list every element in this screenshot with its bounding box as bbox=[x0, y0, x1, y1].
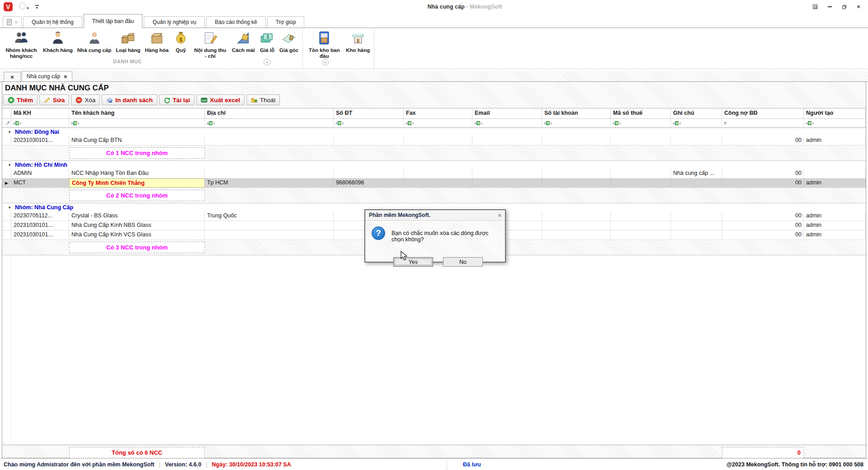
app-menu-button[interactable]: ▽ bbox=[3, 16, 22, 28]
ribbon-item-gia-lo[interactable]: 1Giá lỗ bbox=[257, 30, 277, 54]
group-row-nh-m-ng-nai[interactable]: ▾Nhóm: Đồng Nai bbox=[2, 128, 866, 136]
column-header-so_dt[interactable]: Số ĐT bbox=[334, 108, 404, 118]
xoa-button[interactable]: Xóa bbox=[71, 94, 100, 105]
them-button[interactable]: Thêm bbox=[3, 94, 38, 105]
span-windows-icon[interactable] bbox=[812, 4, 818, 10]
collapse-triangle-icon[interactable]: ▾ bbox=[6, 163, 13, 167]
ribbon-item-gia-goc[interactable]: Giá góc bbox=[277, 30, 301, 54]
filter-cell-dia_chi[interactable]: aBc bbox=[205, 119, 334, 127]
cell-ma_kh: 20231030101... bbox=[11, 221, 69, 230]
filter-cell-email[interactable]: aBc bbox=[472, 119, 542, 127]
profile-button[interactable]: ▾ bbox=[19, 3, 29, 11]
table-row[interactable]: ▶MCTCông Ty Minh Chiến ThắngTp HCM968066… bbox=[2, 179, 866, 188]
ribbon-item-label: Nhà cung cấp bbox=[77, 47, 111, 53]
abc-filter-icon: aBc bbox=[13, 121, 21, 125]
collapse-triangle-icon[interactable]: ▾ bbox=[6, 130, 13, 134]
filter-cell-ma_so_thue[interactable]: aBc bbox=[611, 119, 671, 127]
cell-ten: Nhà Cung Cấp Kính NBS Glass bbox=[69, 221, 205, 230]
dialog-close-icon[interactable]: × bbox=[498, 212, 501, 219]
cell-dia_chi: Trung Quốc bbox=[205, 212, 334, 221]
filter-cell-so_dt[interactable]: aBc bbox=[334, 119, 404, 127]
column-header-ten[interactable]: Tên khách hàng bbox=[69, 108, 205, 118]
column-header-email[interactable]: Email bbox=[472, 108, 542, 118]
abc-filter-icon: aBc bbox=[207, 121, 215, 125]
restore-button[interactable] bbox=[841, 4, 847, 10]
ribbon-tab-qu-n-l-nghi-p-v[interactable]: Quản lý nghiệp vụ bbox=[144, 16, 205, 28]
cell-ma_so_thue bbox=[611, 221, 671, 230]
ribbon-tab-b-o-c-o-th-ng-k[interactable]: Báo cáo thống kê bbox=[206, 16, 265, 28]
filter-cell-fax[interactable]: aBc bbox=[404, 119, 472, 127]
column-header-ma_so_thue[interactable]: Mã số thuế bbox=[611, 108, 671, 118]
button-label: Xuất excel bbox=[210, 97, 240, 103]
quick-access-toggle[interactable]: ▾ bbox=[35, 5, 39, 9]
xuat-excel-button[interactable]: XLSXXuất excel bbox=[196, 94, 245, 105]
ribbon-tab-tr-gi-p[interactable]: Trợ giúp bbox=[267, 16, 305, 28]
question-icon: ? bbox=[372, 226, 385, 240]
ribbon-item-noi-dung-thu-chi[interactable]: Nội dung thu - chi bbox=[191, 30, 230, 60]
ribbon-item-kho-hang[interactable]: Kho hàng bbox=[344, 30, 372, 54]
group-row-nh-m-h-ch-minh[interactable]: ▾Nhóm: Hồ Chí Minh bbox=[2, 161, 866, 169]
filter-cell-nguoi_tao[interactable]: aBc bbox=[804, 119, 866, 127]
row-indicator: ▶ bbox=[2, 179, 11, 188]
row-indicator bbox=[2, 212, 11, 221]
ribbon-item-ton-kho-ban-dau[interactable]: Tồn kho ban đầu bbox=[305, 30, 344, 60]
in-danh-sach-button[interactable]: In danh sách bbox=[102, 94, 157, 105]
cell-ten: Crystal - BS Glass bbox=[69, 212, 205, 221]
column-header-dia_chi[interactable]: Địa chỉ bbox=[205, 108, 334, 118]
ribbon-item-hang-hoa[interactable]: Hàng hóa bbox=[143, 30, 171, 54]
dialog-titlebar[interactable]: Phần mềm MekongSoft. × bbox=[365, 210, 505, 221]
table-row[interactable]: 20231030101...Nhà Cung Cấp BTN00admin bbox=[2, 136, 866, 146]
ribbon-tab-qu-n-tr-h-th-ng[interactable]: Quản trị hệ thống bbox=[23, 16, 82, 28]
tab-nha-cung-cap[interactable]: Nhà cung cấp × bbox=[22, 71, 72, 81]
close-all-tabs-button[interactable]: × bbox=[4, 72, 21, 81]
app-logo-icon[interactable]: V bbox=[4, 2, 13, 11]
filter-cell-so_tk[interactable]: aBc bbox=[542, 119, 611, 127]
column-header-so_tk[interactable]: Số tài khoản bbox=[542, 108, 611, 118]
group-collapse-button[interactable] bbox=[264, 59, 270, 66]
column-header-nguoi_tao[interactable]: Người tạo bbox=[804, 108, 866, 118]
filter-cell-ghi_chu[interactable]: aBc bbox=[671, 119, 722, 127]
abc-filter-icon: aBc bbox=[335, 121, 344, 125]
filter-pin-icon[interactable] bbox=[2, 119, 11, 127]
cell-nguoi_tao: admin bbox=[804, 136, 866, 145]
filter-cell-ma_kh[interactable]: aBc bbox=[11, 119, 69, 127]
minimize-button[interactable] bbox=[826, 4, 833, 10]
content-panel: DANH MỤC NHÀ CUNG CẤP ThêmSửaXóaIn danh … bbox=[2, 82, 866, 458]
filter-cell-cong_no[interactable]: = bbox=[722, 119, 804, 127]
close-icon: × bbox=[10, 74, 14, 80]
column-header-cong_no[interactable]: Công nợ BĐ bbox=[722, 108, 804, 118]
cell-so_tk bbox=[542, 169, 611, 178]
group-name: Nhóm: Đồng Nai bbox=[15, 129, 59, 135]
table-row[interactable]: ADMINNCC Nhập Hàng Tồn Ban ĐầuNhà cung c… bbox=[2, 169, 866, 179]
ribbon-item-cach-mai[interactable]: Cách mài bbox=[230, 30, 257, 54]
cell-nguoi_tao: admin bbox=[804, 221, 866, 230]
ribbon-item-nha-cung-cap[interactable]: Nhà cung cấp bbox=[75, 30, 113, 54]
row-indicator bbox=[2, 221, 11, 230]
sua-button[interactable]: Sửa bbox=[39, 94, 69, 105]
ribbon-item-khach-hang[interactable]: Khách hàng bbox=[41, 30, 75, 54]
collapse-triangle-icon[interactable]: ▾ bbox=[6, 205, 13, 210]
no-button[interactable]: No bbox=[443, 257, 483, 267]
saved-status: Đã lưu bbox=[463, 461, 481, 468]
close-button[interactable]: × bbox=[855, 4, 862, 10]
cell-fax bbox=[404, 136, 472, 145]
separator: | bbox=[159, 461, 160, 468]
cell-cong_no: 00 bbox=[722, 230, 804, 240]
grid-corner-cell bbox=[2, 108, 11, 118]
column-header-ma_kh[interactable]: Mã KH bbox=[11, 108, 69, 118]
filter-cell-ten[interactable]: aBc bbox=[69, 119, 205, 127]
abc-filter-icon: aBc bbox=[673, 121, 681, 125]
ribbon-tab-thi-t-l-p-ban-u[interactable]: Thiết lập ban đầu bbox=[84, 14, 143, 28]
ribbon-item-nhom-khach-hang-ncc[interactable]: Nhóm khách hàng/ncc bbox=[2, 30, 41, 60]
group-collapse-button[interactable] bbox=[322, 59, 329, 66]
tai-lai-button[interactable]: Tải lại bbox=[159, 94, 194, 105]
ribbon-item-loai-hang[interactable]: Loại hàng bbox=[113, 30, 142, 54]
ribbon-item-quy[interactable]: $Quỹ bbox=[171, 30, 191, 54]
thoat-button[interactable]: Thoát bbox=[246, 94, 280, 105]
column-header-ghi_chu[interactable]: Ghi chú bbox=[671, 108, 722, 118]
chevron-down-icon: ▾ bbox=[36, 7, 38, 9]
row-indicator bbox=[2, 230, 11, 240]
cell-nguoi_tao: admin bbox=[804, 179, 866, 188]
column-header-fax[interactable]: Fax bbox=[404, 108, 472, 118]
close-tab-icon[interactable]: × bbox=[64, 73, 67, 80]
